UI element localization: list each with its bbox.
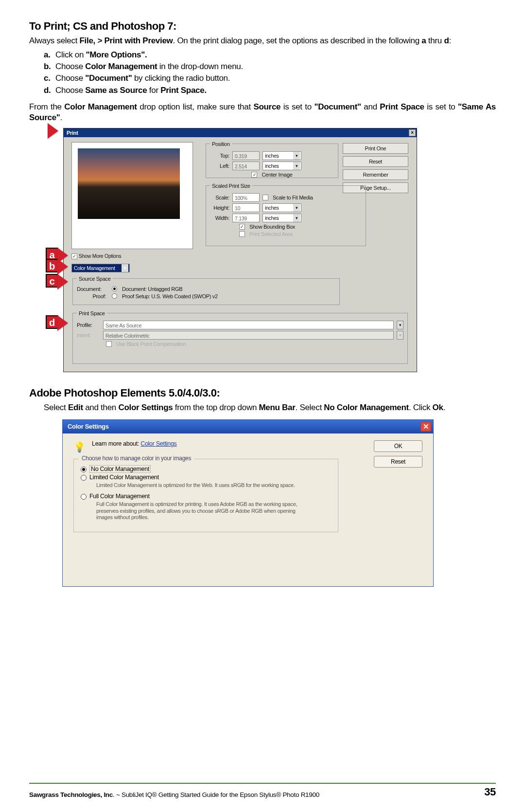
- opt-full[interactable]: Full Color Management: [81, 493, 331, 500]
- intro-paragraph: Always select File, > Print with Preview…: [29, 36, 496, 46]
- step-c: c.Choose "Document" by clicking the radi…: [44, 73, 496, 84]
- color-options-group: Choose how to manage color in your image…: [73, 459, 338, 532]
- height-units[interactable]: inches: [262, 203, 301, 212]
- desc-limited: Limited Color Management is optimized fo…: [96, 482, 310, 489]
- color-settings-screenshot: Color Settings ✕ 💡 Learn more about: Col…: [62, 419, 496, 587]
- top-field[interactable]: 0.319: [232, 151, 260, 160]
- left-field[interactable]: 2.514: [232, 162, 260, 170]
- profile-select[interactable]: Same As Source: [103, 321, 394, 329]
- step-a: a.Click on "More Options".: [44, 50, 496, 60]
- center-image-checkbox[interactable]: [251, 172, 257, 178]
- opt-limited[interactable]: Limited Color Management: [81, 474, 331, 481]
- bpc-checkbox: [106, 341, 112, 347]
- left-units[interactable]: inches: [262, 162, 301, 170]
- lightbulb-icon: 💡: [73, 440, 85, 454]
- reset-button[interactable]: Reset: [374, 456, 422, 468]
- height-field[interactable]: 10: [232, 203, 260, 212]
- print-titlebar: Print ×: [64, 128, 417, 137]
- bbox-checkbox[interactable]: [239, 224, 245, 230]
- width-field[interactable]: 7.139: [232, 214, 260, 222]
- step-d: d.Choose Same as Source for Print Space.: [44, 85, 496, 96]
- marker-c: c: [57, 274, 75, 289]
- desc-full: Full Color Management is optimized for p…: [96, 501, 310, 521]
- page-footer: Sawgrass Technologies, Inc. ~ SubliJet I…: [29, 783, 496, 798]
- document-radio[interactable]: [112, 286, 117, 291]
- proof-radio[interactable]: [112, 293, 117, 299]
- marker-d: d: [57, 315, 75, 331]
- ok-button[interactable]: OK: [374, 440, 422, 452]
- reset-button[interactable]: Reset: [343, 156, 408, 167]
- close-icon[interactable]: ✕: [420, 422, 431, 432]
- print-selected-checkbox: [239, 231, 245, 237]
- position-group: Position Top:0.319inches Left:2.514inche…: [206, 141, 338, 178]
- intent-select: Relative Colorimetric: [103, 331, 394, 340]
- print-one-button[interactable]: Print One: [343, 143, 408, 154]
- options-dropdown[interactable]: Color Management: [71, 264, 140, 272]
- close-icon[interactable]: ×: [409, 129, 416, 136]
- learn-more: 💡 Learn more about: Color Settings: [73, 440, 422, 454]
- step-list: a.Click on "More Options". b.Choose Colo…: [44, 50, 496, 95]
- page-number: 35: [484, 786, 496, 798]
- remember-button[interactable]: Remember: [343, 169, 408, 180]
- show-more-options[interactable]: Show More Options: [71, 253, 193, 259]
- print-dialog-screenshot: a b c d Print × Position Top:0.319inches…: [63, 128, 496, 372]
- marker-b: b: [57, 259, 75, 274]
- print-preview: [71, 142, 193, 249]
- scaled-print-size-group: Scaled Print Size Scale:100%Scale to Fit…: [206, 183, 366, 246]
- print-cs-ps7-heading: To Print; CS and Photoshop 7:: [29, 20, 496, 33]
- color-settings-link[interactable]: Color Settings: [140, 440, 176, 447]
- cs-titlebar: Color Settings ✕: [63, 420, 433, 433]
- pse-heading: Adobe Photoshop Elements 5.0/4.0/3.0:: [29, 387, 496, 399]
- print-space-group: Print Space Profile:Same As Source▾ Inte…: [72, 310, 408, 364]
- source-space-group: Source Space Document:Document: Untagged…: [72, 276, 340, 305]
- opt-no-color[interactable]: No Color Management: [81, 466, 331, 472]
- note-paragraph: From the Color Management drop option li…: [29, 102, 496, 123]
- width-units[interactable]: inches: [262, 214, 301, 222]
- scale-field[interactable]: 100%: [232, 193, 260, 202]
- scale-fit-checkbox[interactable]: [262, 195, 268, 200]
- step-b: b.Choose Color Management in the drop-do…: [44, 61, 496, 72]
- pse-paragraph: Select Edit and then Color Settings from…: [44, 402, 496, 413]
- top-units[interactable]: inches: [262, 151, 301, 160]
